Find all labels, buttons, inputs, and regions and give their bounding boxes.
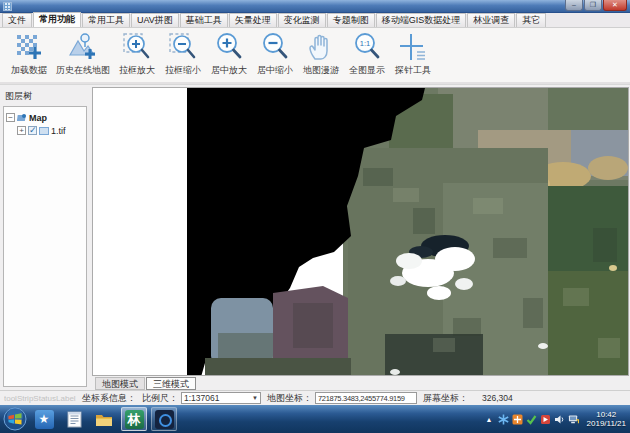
tool-label: 加载数据 bbox=[11, 64, 47, 77]
taskbar-app-forestry-active[interactable]: 林 bbox=[121, 407, 147, 431]
chevron-down-icon: ▼ bbox=[252, 395, 258, 401]
tool-label: 全图显示 bbox=[349, 64, 385, 77]
tool-label: 地图漫游 bbox=[303, 64, 339, 77]
probe-tool-icon bbox=[397, 31, 429, 63]
layer-visibility-checkbox[interactable] bbox=[28, 126, 37, 135]
tab-common-functions[interactable]: 常用功能 bbox=[33, 12, 81, 27]
star-app-icon: ★ bbox=[35, 410, 54, 429]
center-zoom-out-button[interactable]: 居中缩小 bbox=[252, 30, 298, 78]
layer-tree: − Map + 1.tif bbox=[3, 106, 87, 387]
tray-orange-icon[interactable] bbox=[512, 414, 523, 425]
center-zoom-out-icon bbox=[259, 31, 291, 63]
o-app-icon bbox=[155, 410, 174, 429]
layer-panel-title: 图层树 bbox=[0, 85, 90, 106]
scale-combobox[interactable]: 1:137061 ▼ bbox=[181, 392, 261, 404]
box-zoom-out-button[interactable]: 拉框缩小 bbox=[160, 30, 206, 78]
load-data-icon bbox=[13, 31, 45, 63]
tool-label: 探针工具 bbox=[395, 64, 431, 77]
box-zoom-in-button[interactable]: 拉框放大 bbox=[114, 30, 160, 78]
pan-button[interactable]: 地图漫游 bbox=[298, 30, 344, 78]
tree-node-map[interactable]: − Map bbox=[6, 111, 84, 124]
full-extent-icon: 1:1 bbox=[351, 31, 383, 63]
system-tray: ▲ 10:42 2019/11/21 bbox=[486, 410, 630, 428]
expand-icon[interactable]: + bbox=[17, 126, 26, 135]
status-placeholder-label: toolStripStatusLabel1 bbox=[4, 394, 76, 403]
clock-time: 10:42 bbox=[587, 410, 626, 419]
layer-panel: 图层树 − Map + 1.tif bbox=[0, 84, 90, 390]
maximize-button[interactable]: ❐ bbox=[584, 0, 602, 11]
map-node-icon bbox=[17, 113, 27, 123]
speaker-icon[interactable] bbox=[554, 414, 565, 425]
tray-blue-icon[interactable] bbox=[498, 414, 509, 425]
folder-icon bbox=[94, 410, 114, 429]
tray-red-icon[interactable] bbox=[540, 414, 551, 425]
tab-forestry-survey[interactable]: 林业调查 bbox=[467, 13, 515, 27]
map-panel bbox=[90, 84, 630, 376]
map-coord-label: 地图坐标： bbox=[267, 392, 312, 405]
map-coord-value: 721875.3483,2455774.9159 bbox=[315, 392, 417, 404]
tool-label: 居中放大 bbox=[211, 64, 247, 77]
tab-common-tools[interactable]: 常用工具 bbox=[82, 13, 130, 27]
center-zoom-in-icon bbox=[213, 31, 245, 63]
svg-text:1:1: 1:1 bbox=[360, 39, 370, 48]
clock-date: 2019/11/21 bbox=[587, 419, 626, 428]
close-button[interactable]: ✕ bbox=[603, 0, 627, 11]
tool-label: 历史在线地图 bbox=[56, 64, 110, 77]
tab-basic-tools[interactable]: 基础工具 bbox=[180, 13, 228, 27]
tab-3d-mode[interactable]: 三维模式 bbox=[146, 377, 196, 390]
tab-map-mode[interactable]: 地图模式 bbox=[95, 377, 145, 390]
probe-tool-button[interactable]: 探针工具 bbox=[390, 30, 436, 78]
tool-label: 拉框缩小 bbox=[165, 64, 201, 77]
tab-uav-mosaic[interactable]: UAV拼图 bbox=[131, 13, 179, 27]
tab-vector-processing[interactable]: 矢量处理 bbox=[229, 13, 277, 27]
tab-change-monitoring[interactable]: 变化监测 bbox=[278, 13, 326, 27]
tray-green-icon[interactable] bbox=[526, 414, 537, 425]
tab-mobile-gis-data[interactable]: 移动端GIS数据处理 bbox=[376, 13, 467, 27]
screen-coord-label: 屏幕坐标： bbox=[423, 392, 468, 405]
tool-label: 居中缩小 bbox=[257, 64, 293, 77]
forestry-app-icon: 林 bbox=[125, 410, 144, 429]
box-zoom-out-icon bbox=[167, 31, 199, 63]
tab-file[interactable]: 文件 bbox=[2, 13, 32, 27]
scale-value: 1:137061 bbox=[184, 393, 219, 403]
network-icon[interactable] bbox=[568, 414, 579, 425]
status-bar: toolStripStatusLabel1 坐标系信息： 比例尺： 1:1370… bbox=[0, 390, 630, 405]
tab-other[interactable]: 其它 bbox=[516, 13, 546, 27]
history-online-map-button[interactable]: 历史在线地图 bbox=[52, 30, 114, 78]
coordsys-label: 坐标系信息： bbox=[82, 392, 136, 405]
show-hidden-icons-button[interactable]: ▲ bbox=[486, 416, 493, 423]
ribbon-tab-strip: 文件 常用功能 常用工具 UAV拼图 基础工具 矢量处理 变化监测 专题制图 移… bbox=[0, 13, 630, 28]
taskbar-app-o[interactable] bbox=[151, 407, 177, 431]
pan-hand-icon bbox=[305, 31, 337, 63]
history-online-map-icon bbox=[67, 31, 99, 63]
title-bar[interactable]: – ❐ ✕ bbox=[0, 0, 630, 13]
center-zoom-in-button[interactable]: 居中放大 bbox=[206, 30, 252, 78]
box-zoom-in-icon bbox=[121, 31, 153, 63]
app-logo-icon bbox=[3, 2, 12, 11]
notepad-icon bbox=[65, 410, 84, 429]
taskbar-app-star[interactable]: ★ bbox=[31, 407, 57, 431]
minimize-button[interactable]: – bbox=[565, 0, 583, 11]
taskbar-clock[interactable]: 10:42 2019/11/21 bbox=[587, 410, 626, 428]
map-canvas[interactable] bbox=[92, 87, 629, 376]
tab-thematic-mapping[interactable]: 专题制图 bbox=[327, 13, 375, 27]
collapse-icon[interactable]: − bbox=[6, 113, 15, 122]
screen-coord-value: 326,304 bbox=[482, 393, 513, 403]
start-button[interactable] bbox=[3, 407, 27, 431]
view-mode-tab-strip: 地图模式 三维模式 bbox=[90, 376, 630, 390]
load-data-button[interactable]: 加载数据 bbox=[6, 30, 52, 78]
tree-node-label: 1.tif bbox=[51, 126, 66, 136]
scale-label: 比例尺： bbox=[142, 392, 178, 405]
raster-layer-icon bbox=[39, 126, 49, 136]
tree-node-label: Map bbox=[29, 113, 47, 123]
taskbar-app-notepad[interactable] bbox=[61, 407, 87, 431]
application-window: – ❐ ✕ 文件 常用功能 常用工具 UAV拼图 基础工具 矢量处理 变化监测 … bbox=[0, 0, 630, 433]
satellite-imagery bbox=[93, 88, 629, 376]
full-extent-button[interactable]: 1:1 全图显示 bbox=[344, 30, 390, 78]
tree-node-layer[interactable]: + 1.tif bbox=[6, 124, 84, 137]
tool-label: 拉框放大 bbox=[119, 64, 155, 77]
windows-taskbar: ★ 林 ▲ bbox=[0, 405, 630, 433]
toolbar: 加载数据 历史在线地图 拉框放大 bbox=[0, 28, 630, 84]
taskbar-app-explorer[interactable] bbox=[91, 407, 117, 431]
